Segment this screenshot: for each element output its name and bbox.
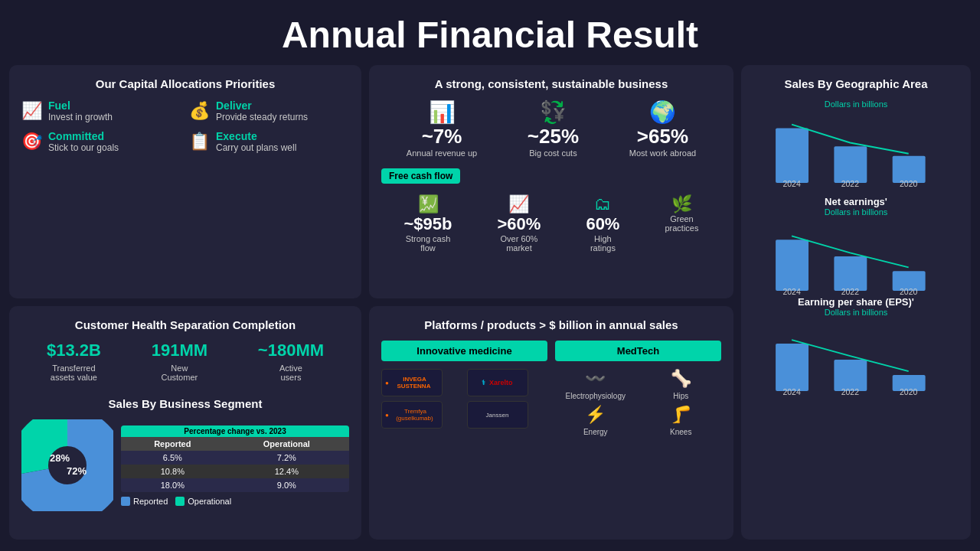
geo-label-3: Earning per share (EPS)' xyxy=(753,296,959,308)
product-electro: 〰️ Electrophysiology xyxy=(555,369,636,400)
svg-rect-10 xyxy=(776,240,808,291)
capital-item-deliver: 💰 Deliver Provide steady returns xyxy=(189,99,349,122)
svg-text:2024: 2024 xyxy=(782,288,800,296)
products-container: ● INVEGA SUSTENNA ⚕ Xarelto ● Tremfya (g… xyxy=(381,369,721,436)
fuel-icon: 📈 xyxy=(21,101,42,121)
ratings-value: 60% xyxy=(586,214,619,234)
platforms-title: Platforms / products > $ billion in annu… xyxy=(381,318,721,331)
committed-label: Committed xyxy=(48,130,119,142)
geo-section-1: Dollars in billions 2024 2022 2020 xyxy=(753,99,959,188)
business-sub-metrics: 💹 ~$95b Strong cashflow 📈 >60% Over 60%m… xyxy=(381,194,721,253)
product-knees: 🦵 Knees xyxy=(641,405,722,436)
metric-abroad-value: >65% xyxy=(629,125,696,148)
medtech-products: 〰️ Electrophysiology 🦴 Hips ⚡ Energy 🦵 K… xyxy=(555,369,721,436)
sub-metric-ratings: 🗂 60% Highratings xyxy=(586,194,619,253)
svg-text:2020: 2020 xyxy=(900,388,917,396)
execute-label: Execute xyxy=(216,130,296,142)
product-hips: 🦴 Hips xyxy=(641,369,722,400)
metric-abroad-label: Most work abroad xyxy=(629,148,696,158)
capital-item-fuel: 📈 Fuel Invest in growth xyxy=(21,99,181,122)
svg-text:2020: 2020 xyxy=(900,180,917,188)
stat-users: ~180MM Activeusers xyxy=(258,341,324,382)
geo-subtitle-3: Dollars in billions xyxy=(753,308,959,317)
free-cash-badge-wrapper: Free cash flow xyxy=(381,164,721,188)
customer-stats: $13.2B Transferredassets value 191MM New… xyxy=(21,341,349,382)
stat-users-value: ~180MM xyxy=(258,341,324,360)
fuel-desc: Invest in growth xyxy=(48,112,113,122)
deliver-desc: Provide steady returns xyxy=(216,112,308,122)
committed-desc: Stick to our goals xyxy=(48,142,119,153)
geo-label-2: Net earnings' xyxy=(753,196,959,207)
deliver-label: Deliver xyxy=(216,99,308,112)
product-invega: ● INVEGA SUSTENNA xyxy=(381,369,443,396)
energy-icon: ⚡ xyxy=(585,405,606,425)
sub-metric-green: 🌿 Greenpractices xyxy=(665,194,698,253)
cashflow-icon: 💹 xyxy=(404,194,452,214)
geo-card: Sales By Geographic Area Dollars in bill… xyxy=(741,65,971,540)
hips-icon: 🦴 xyxy=(671,369,691,389)
fuel-label: Fuel xyxy=(48,99,113,112)
electro-label: Electrophysiology xyxy=(566,392,626,400)
execute-icon: 📋 xyxy=(189,132,210,152)
svg-rect-5 xyxy=(834,146,867,183)
committed-icon: 🎯 xyxy=(21,132,42,152)
svg-rect-4 xyxy=(776,128,808,183)
market-icon: 📈 xyxy=(498,194,541,214)
geo-chart-2: 2024 2022 2020 xyxy=(761,220,951,296)
geo-subtitle-1: Dollars in billions xyxy=(753,99,959,109)
business-card: A strong, consistent, sustainable busine… xyxy=(369,65,733,298)
knees-label: Knees xyxy=(670,428,691,436)
knees-icon: 🦵 xyxy=(671,405,691,425)
stat-users-label: Activeusers xyxy=(258,364,324,382)
execute-desc: Carry out plans well xyxy=(216,142,296,153)
metric-abroad: 🌍 >65% Most work abroad xyxy=(629,99,696,158)
ratings-icon: 🗂 xyxy=(586,194,619,214)
capital-title: Our Capital Allocations Priorities xyxy=(21,77,349,90)
svg-text:72%: 72% xyxy=(67,465,87,477)
product-tremfya: ● Tremfya (guselkumab) xyxy=(381,401,443,429)
svg-rect-11 xyxy=(834,256,867,291)
metric-costs-label: Big cost cuts xyxy=(528,148,579,158)
svg-text:2022: 2022 xyxy=(841,388,859,396)
svg-text:2024: 2024 xyxy=(782,388,800,396)
svg-text:2024: 2024 xyxy=(782,180,800,188)
abroad-icon: 🌍 xyxy=(629,99,696,125)
metric-revenue: 📊 ~7% Annual revenue up xyxy=(407,99,477,158)
hips-label: Hips xyxy=(673,392,688,400)
geo-title: Sales By Geographic Area xyxy=(753,77,959,90)
svg-text:2022: 2022 xyxy=(841,180,859,188)
svg-text:2022: 2022 xyxy=(841,288,859,296)
svg-rect-16 xyxy=(776,344,808,391)
ratings-label: Highratings xyxy=(586,234,619,253)
capital-item-execute: 📋 Execute Carry out plans well xyxy=(189,130,349,153)
stat-customers-label: NewCustomer xyxy=(152,364,207,382)
platform-tabs: Innovative medicine MedTech xyxy=(381,341,721,361)
stat-assets-value: $13.2B xyxy=(47,341,101,360)
stat-assets-label: Transferredassets value xyxy=(47,364,101,382)
capital-grid: 📈 Fuel Invest in growth 💰 Deliver Provid… xyxy=(21,99,349,153)
tab-innovative[interactable]: Innovative medicine xyxy=(381,341,547,361)
geo-chart-3: 2024 2022 2020 xyxy=(761,320,951,396)
pharma-products: ● INVEGA SUSTENNA ⚕ Xarelto ● Tremfya (g… xyxy=(381,369,547,436)
svg-text:2020: 2020 xyxy=(900,288,917,296)
svg-text:28%: 28% xyxy=(50,452,70,464)
pie-chart: 28% 72% xyxy=(21,419,113,511)
green-label: Greenpractices xyxy=(665,214,698,233)
product-energy: ⚡ Energy xyxy=(555,405,636,436)
free-cash-badge: Free cash flow xyxy=(381,168,460,184)
cashflow-label: Strong cashflow xyxy=(404,234,452,253)
customer-card: Customer Health Separation Completion $1… xyxy=(9,306,361,540)
costs-icon: 💱 xyxy=(528,99,579,125)
product-xarelto: ⚕ Xarelto xyxy=(467,369,528,396)
tab-medtech[interactable]: MedTech xyxy=(555,341,721,361)
energy-label: Energy xyxy=(583,428,608,436)
metric-revenue-label: Annual revenue up xyxy=(407,148,477,158)
electro-icon: 〰️ xyxy=(585,369,606,389)
sub-metric-market: 📈 >60% Over 60%market xyxy=(498,194,541,253)
platforms-card: Platforms / products > $ billion in annu… xyxy=(369,306,733,540)
geo-subtitle-2: Dollars in billions xyxy=(753,207,959,217)
customer-title: Customer Health Separation Completion xyxy=(21,318,349,331)
business-title: A strong, consistent, sustainable busine… xyxy=(381,77,721,90)
stat-customers: 191MM NewCustomer xyxy=(152,341,207,382)
sub-metric-cashflow: 💹 ~$95b Strong cashflow xyxy=(404,194,452,253)
